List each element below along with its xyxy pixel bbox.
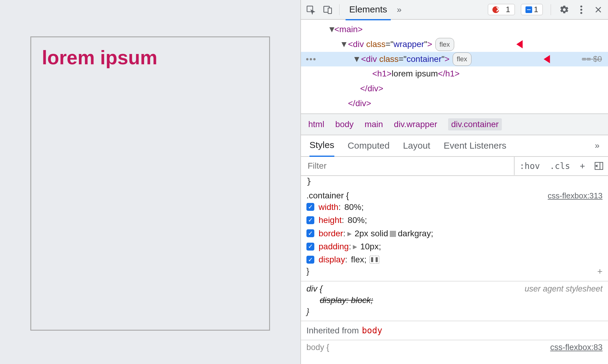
- settings-icon[interactable]: [559, 4, 570, 15]
- flexbox-editor-icon[interactable]: [370, 256, 379, 264]
- toggle-checkbox[interactable]: ✓: [306, 216, 314, 224]
- tab-layout[interactable]: Layout: [403, 140, 430, 151]
- breadcrumb-item[interactable]: html: [308, 120, 324, 129]
- styles-filter-input[interactable]: [301, 157, 515, 175]
- styles-tab-strip: Styles Computed Layout Event Listeners »: [301, 135, 608, 157]
- css-declaration[interactable]: ✓ padding: ▸ 10px;: [306, 240, 603, 253]
- expand-icon[interactable]: ▸: [353, 240, 357, 253]
- devtools-toolbar: Elements » ✕1 1: [301, 0, 608, 20]
- cls-toggle[interactable]: .cls: [545, 157, 575, 175]
- inherited-from-selector[interactable]: body: [362, 325, 382, 335]
- new-rule-icon[interactable]: +: [575, 157, 590, 175]
- dom-node-container-selected[interactable]: ••• ▼ <div class="container"> flex == $0: [301, 52, 608, 67]
- dom-node-close-div[interactable]: </div>: [301, 81, 608, 96]
- inspect-icon[interactable]: [305, 4, 316, 15]
- preview-container: lorem ipsum: [30, 36, 270, 331]
- dom-breadcrumb[interactable]: html body main div.wrapper div.container: [301, 113, 608, 135]
- toggle-checkbox[interactable]: ✓: [306, 229, 314, 237]
- close-icon[interactable]: [593, 4, 604, 15]
- css-declaration[interactable]: ✓ width: 80%;: [306, 201, 603, 214]
- breadcrumb-item-selected[interactable]: div.container: [448, 118, 502, 130]
- css-declaration-overridden[interactable]: display: block;: [306, 294, 603, 307]
- tab-computed[interactable]: Computed: [348, 140, 390, 151]
- svg-rect-2: [328, 8, 331, 13]
- dom-node-main[interactable]: ▼ <main>: [301, 22, 608, 37]
- css-declaration[interactable]: ✓ display: flex;: [306, 253, 603, 266]
- ua-stylesheet-label: user agent stylesheet: [525, 284, 603, 294]
- styles-filter-row: :hov .cls +: [301, 157, 608, 176]
- hov-toggle[interactable]: :hov: [515, 157, 545, 175]
- more-tabs-icon[interactable]: »: [595, 141, 600, 150]
- dom-node-h1[interactable]: <h1>lorem ipsum</h1>: [301, 66, 608, 81]
- svg-point-3: [580, 5, 582, 7]
- error-badge[interactable]: ✕1: [488, 4, 515, 15]
- annotation-arrow-icon: [516, 39, 535, 50]
- dom-node-wrapper[interactable]: ▼ <div class="wrapper"> flex: [301, 37, 608, 52]
- elements-dom-tree[interactable]: ▼ <main> ▼ <div class="wrapper"> flex ••…: [301, 20, 608, 113]
- flex-badge[interactable]: flex: [435, 38, 454, 51]
- styles-rules: } .container { css-flexbox:313 ✓ width: …: [301, 176, 608, 355]
- dollar-zero-ref: == $0: [582, 53, 602, 66]
- color-swatch-icon[interactable]: [390, 231, 396, 237]
- more-tabs-icon[interactable]: »: [397, 5, 402, 15]
- inherited-from-section: Inherited frombody: [301, 321, 608, 340]
- toggle-checkbox[interactable]: ✓: [306, 203, 314, 211]
- breadcrumb-item[interactable]: main: [365, 120, 383, 129]
- source-link[interactable]: css-flexbox:313: [548, 191, 603, 201]
- selector[interactable]: div {: [306, 284, 323, 294]
- toggle-checkbox[interactable]: ✓: [306, 256, 314, 264]
- prior-rule-close: }: [301, 176, 608, 188]
- svg-point-5: [580, 12, 582, 14]
- add-declaration-icon[interactable]: +: [597, 266, 603, 277]
- css-rule-container[interactable]: .container { css-flexbox:313 ✓ width: 80…: [301, 188, 608, 281]
- messages-badge[interactable]: 1: [521, 4, 543, 15]
- flex-badge[interactable]: flex: [453, 52, 471, 66]
- device-toggle-icon[interactable]: [322, 4, 333, 15]
- tab-elements[interactable]: Elements: [346, 1, 391, 20]
- tab-event-listeners[interactable]: Event Listeners: [444, 140, 506, 151]
- selector[interactable]: .container {: [306, 191, 349, 201]
- panel-layout-icon[interactable]: [590, 158, 608, 174]
- breadcrumb-item[interactable]: div.wrapper: [394, 120, 437, 129]
- css-declaration[interactable]: ✓ border: ▸ 2px soliddarkgray;: [306, 227, 603, 240]
- page-preview: lorem ipsum: [0, 0, 300, 364]
- dom-node-close-div[interactable]: </div>: [301, 96, 608, 111]
- devtools-panel: Elements » ✕1 1 ▼ <main> ▼ <div class="w…: [300, 0, 608, 364]
- css-declaration[interactable]: ✓ height: 80%;: [306, 214, 603, 227]
- css-rule-div-ua[interactable]: div { user agent stylesheet display: blo…: [301, 281, 608, 321]
- tab-styles[interactable]: Styles: [309, 140, 334, 157]
- expand-icon[interactable]: ▸: [347, 227, 352, 240]
- source-link[interactable]: css-flexbox:83: [550, 343, 603, 352]
- annotation-arrow-icon: [544, 54, 562, 65]
- toggle-checkbox[interactable]: ✓: [306, 243, 314, 251]
- svg-point-4: [580, 8, 582, 10]
- kebab-menu-icon[interactable]: [576, 4, 587, 15]
- css-rule-body-partial[interactable]: body { css-flexbox:83: [301, 340, 608, 355]
- actions-icon[interactable]: •••: [306, 52, 316, 66]
- preview-heading: lorem ipsum: [42, 46, 258, 69]
- breadcrumb-item[interactable]: body: [335, 120, 354, 129]
